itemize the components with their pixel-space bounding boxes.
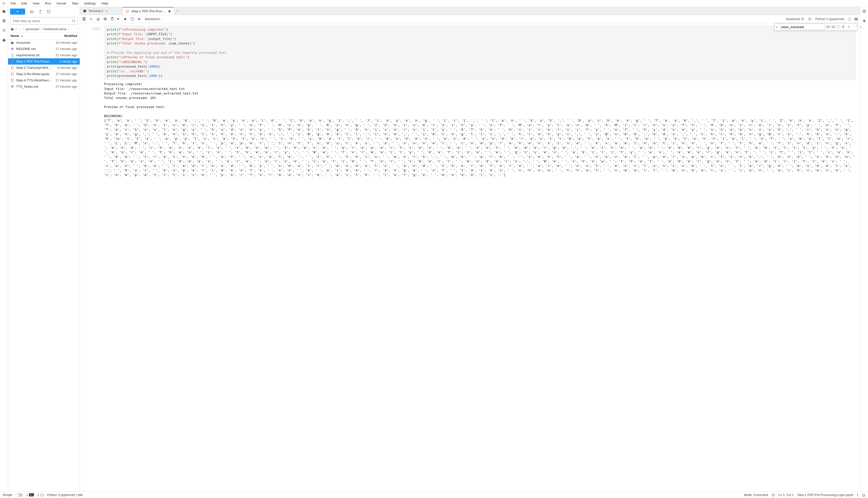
svg-point-38 <box>809 18 810 19</box>
file-name: requirements.txt <box>16 53 39 57</box>
file-row[interactable]: Step-1 PDF-Pre-Proces…1 minute ago <box>8 58 80 65</box>
nb-icon <box>11 60 14 63</box>
svg-marker-37 <box>139 18 140 20</box>
debugger-icon[interactable] <box>862 18 867 23</box>
terminal-icon: >_ <box>83 9 87 13</box>
new-folder-icon[interactable] <box>30 10 34 14</box>
menu-kernel[interactable]: Kernel <box>54 0 69 6</box>
save-icon[interactable] <box>82 17 86 21</box>
crumb-quickstart[interactable]: quickstart <box>25 27 39 31</box>
kernel-status-icon[interactable] <box>848 17 851 21</box>
upload-icon[interactable] <box>38 10 42 14</box>
cut-icon[interactable] <box>96 17 100 21</box>
panel-toggle-icon[interactable] <box>854 18 858 21</box>
filter-icon[interactable] <box>841 25 845 29</box>
find-prev-icon[interactable]: ˄ <box>852 25 855 29</box>
menu-view[interactable]: View <box>30 0 42 6</box>
file-row[interactable]: Step-4-TTS-Workflow.i…27 minutes ago <box>8 77 80 83</box>
mode-status[interactable]: Mode: Command <box>744 493 768 497</box>
kernel-status[interactable]: Python 3 (ipykernel) | Idle <box>47 493 83 497</box>
refresh-icon[interactable] <box>47 10 51 14</box>
jupyter-logo <box>1 1 6 6</box>
svg-marker-34 <box>117 18 119 20</box>
file-row[interactable]: Step-2-Transcript-Writ…9 minutes ago <box>8 65 80 71</box>
trusted-icon[interactable] <box>771 493 775 497</box>
md-icon: M <box>11 47 14 51</box>
crumb-ellipsis[interactable]: … <box>18 27 22 31</box>
notifications-icon[interactable] <box>862 493 866 497</box>
run-all-icon[interactable] <box>137 17 141 21</box>
menu-edit[interactable]: Edit <box>19 0 29 6</box>
property-inspector-icon[interactable] <box>862 9 867 14</box>
cursor-position[interactable]: Ln 1, Col 1 <box>778 493 794 497</box>
file-modified: 27 minutes ago <box>56 85 77 89</box>
tab-count: 1 <box>857 493 858 497</box>
svg-point-39 <box>864 11 865 12</box>
add-cell-icon[interactable] <box>89 17 93 21</box>
menu-help[interactable]: Help <box>99 0 111 6</box>
new-launcher-button[interactable]: + <box>10 9 25 15</box>
svg-point-41 <box>863 20 865 22</box>
open-notebook-link[interactable]: Notebook <box>786 17 804 21</box>
file-modified: 9 minutes ago <box>57 66 77 69</box>
menu-run[interactable]: Run <box>42 0 53 6</box>
tab-notebook[interactable]: Step-1 PDF-Pre-Processing <box>123 7 174 15</box>
current-file[interactable]: Step-1 PDF-Pre-Processing-Logic.ipynb <box>797 493 853 497</box>
match-case-toggle[interactable]: Aa <box>826 25 831 29</box>
tab-terminal[interactable]: >_ Terminal 1 × <box>80 7 123 15</box>
tab-title: Step-1 PDF-Pre-Processing <box>131 9 166 13</box>
file-filter-input[interactable] <box>12 19 72 23</box>
close-icon[interactable]: × <box>106 9 107 13</box>
nb-icon <box>11 79 14 82</box>
close-find-icon[interactable]: × <box>859 25 863 29</box>
svg-point-40 <box>863 10 866 13</box>
find-next-icon[interactable]: ˅ <box>855 25 858 29</box>
svg-point-48 <box>40 494 43 496</box>
file-row[interactable]: Step-3-Re-Writer.ipynb27 minutes ago <box>8 71 80 77</box>
file-name: Step-2-Transcript-Writ… <box>16 66 51 69</box>
stop-icon[interactable] <box>123 17 127 21</box>
cell-type-select[interactable]: Markdown ⌄ <box>143 16 164 21</box>
file-row[interactable]: MTTS_Notes.md27 minutes ago <box>8 83 80 90</box>
crumb-root-slash[interactable]: / <box>16 27 16 31</box>
simple-toggle[interactable] <box>16 493 23 497</box>
crumb-notebookllama[interactable]: NotebookLlama <box>43 27 66 31</box>
regex-toggle[interactable]: .* <box>836 25 840 29</box>
extensions-icon[interactable] <box>2 38 6 42</box>
file-modified: 10 minutes ago <box>56 41 77 44</box>
kernel-name[interactable]: Python 3 (ipykernel) <box>815 17 844 21</box>
whole-word-toggle[interactable]: ab <box>831 25 836 29</box>
file-row[interactable]: requirements.txt22 minutes ago <box>8 52 80 58</box>
menu-settings[interactable]: Settings <box>81 0 98 6</box>
toc-icon[interactable] <box>2 28 6 32</box>
header-modified[interactable]: Modified <box>64 34 77 38</box>
paste-icon[interactable] <box>110 17 114 21</box>
find-input[interactable] <box>779 24 825 30</box>
code-cell[interactable]: [21]: print(f"\nProcessing complete!") p… <box>84 26 856 80</box>
terminals-status[interactable]: 1 >_ <box>26 493 34 497</box>
header-name[interactable]: Name <box>11 34 19 38</box>
expand-replace-icon[interactable]: ▸ <box>776 25 778 29</box>
file-browser-toolbar: + <box>8 7 80 16</box>
file-name: Step-3-Re-Writer.ipynb <box>16 72 49 76</box>
menu-file[interactable]: File <box>8 0 18 6</box>
menu-tabs[interactable]: Tabs <box>69 0 81 6</box>
md-icon: M <box>11 85 14 89</box>
txt-icon <box>11 53 14 57</box>
run-icon[interactable] <box>116 17 120 21</box>
kernels-status[interactable]: 1 <box>37 493 44 497</box>
file-row[interactable]: resources10 minutes ago <box>8 39 80 46</box>
restart-icon[interactable] <box>130 17 134 21</box>
file-filter[interactable] <box>10 17 78 25</box>
filebrowser-icon[interactable] <box>2 9 6 14</box>
kernel-settings-icon[interactable] <box>808 17 812 21</box>
sort-caret-icon[interactable]: ▲ <box>21 35 23 37</box>
add-tab-button[interactable]: + <box>174 7 181 15</box>
notebook-label: Notebook <box>786 17 800 21</box>
notebook-body[interactable]: [21]: print(f"\nProcessing complete!") p… <box>80 23 860 492</box>
copy-icon[interactable] <box>103 17 107 21</box>
running-icon[interactable] <box>2 18 6 23</box>
breadcrumb[interactable]: / … / quickstart / NotebookLlama / <box>8 26 80 32</box>
file-row[interactable]: MREADME.md27 minutes ago <box>8 46 80 52</box>
code-editor[interactable]: print(f"\nProcessing complete!") print(f… <box>104 26 856 80</box>
